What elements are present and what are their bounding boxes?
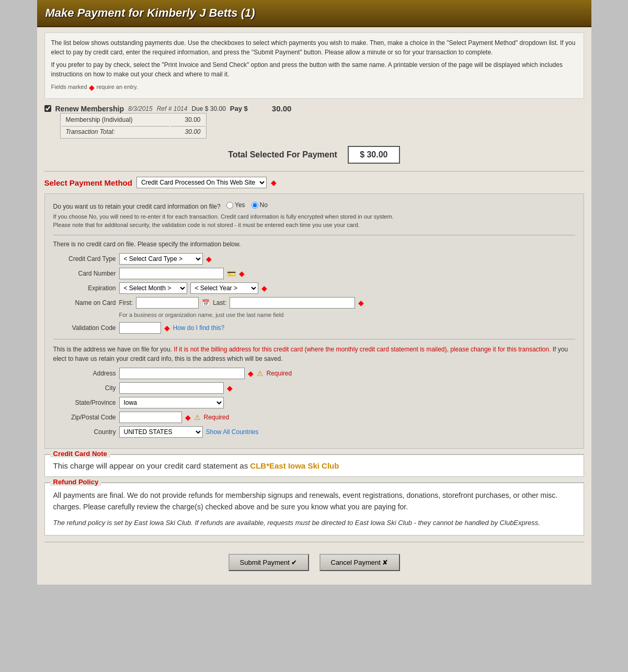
name-on-card-row: Name on Card First: 📅 Last: ◆ [53,297,575,309]
detail-amount: 30.00 [170,115,205,125]
name-last-input[interactable] [230,297,355,309]
validation-code-label: Validation Code [53,324,116,332]
payment-item-pay-amount: 30.00 [272,104,292,113]
retain-no-label[interactable]: No [252,201,268,209]
table-row-total: Transaction Total: 30.00 [62,126,205,137]
detail-description: Membership (Individual) [62,115,169,125]
address-row: Address ◆ ⚠ Required [53,368,575,379]
card-type-label: Credit Card Type [53,255,116,263]
retain-question: Do you want us to retain your credit car… [53,203,221,210]
payment-item-ref: Ref # 1014 [157,105,188,112]
info-paragraph-1: The list below shows outstanding payment… [51,38,577,57]
refund-policy-box: Refund Policy All payments are final. We… [44,482,584,536]
country-select[interactable]: UNITED STATES [119,426,203,438]
city-row: City ◆ [53,382,575,394]
credit-card-note-box: Credit Card Note This charge will appear… [44,454,584,477]
address-required-text: Required [267,370,292,377]
country-row: Country UNITED STATES Show All Countries [53,426,575,438]
card-icon: 💳 [227,269,236,278]
retain-note: If you choose No, you will need to re-en… [53,212,575,230]
retain-yes-radio[interactable] [226,202,233,209]
state-label: State/Province [53,399,116,406]
submit-payment-button[interactable]: Submit Payment ✔ [229,554,309,571]
required-dot-icon: ◆ [248,369,254,378]
warning-icon: ⚠ [257,369,264,378]
zip-required-text: Required [204,414,230,421]
payment-checkbox[interactable] [44,105,51,112]
transaction-total-amount: 30.00 [170,126,205,137]
refund-policy-title: Refund Policy [50,478,102,486]
city-input[interactable] [119,382,224,394]
card-number-label: Card Number [53,270,116,277]
card-number-row: Card Number 💳 ◆ [53,268,575,279]
expiration-label: Expiration [53,284,116,292]
name-first-label: First: [119,299,133,306]
info-paragraph-2: If you prefer to pay by check, select th… [51,60,577,79]
address-section-note: This is the address we have on file for … [53,345,575,363]
name-last-label: Last: [213,299,226,306]
credit-card-section: Do you want us to retain your credit car… [44,193,584,449]
page-header: Make Payment for Kimberly J Betts (1) [37,0,591,27]
cc-note-link[interactable]: CLB*East Iowa Ski Club [250,461,339,470]
payment-item-due: Due $ 30.00 [191,105,225,112]
cancel-payment-button[interactable]: Cancel Payment ✘ [319,554,400,571]
credit-card-note-text: This charge will appear on your credit c… [53,461,575,470]
total-selected-label: Total Selected For Payment [228,150,337,160]
card-type-select[interactable]: < Select Card Type > Visa MasterCard Ame… [119,253,203,265]
calendar-icon: 📅 [202,299,210,306]
page-wrapper: Make Payment for Kimberly J Betts (1) Th… [37,0,591,585]
required-dot-icon: ◆ [271,178,277,187]
address-red-note: If it is not the billing address for thi… [174,346,551,353]
payment-item-date: 8/3/2015 [128,105,153,112]
required-dot-icon: ◆ [89,83,97,92]
retain-options: Yes No [226,201,268,209]
main-content: The list below shows outstanding payment… [37,27,591,585]
required-dot-icon: ◆ [206,255,212,263]
total-selected: Total Selected For Payment $ 30.00 [44,146,584,164]
total-amount: $ 30.00 [348,146,400,164]
fields-note: Fields marked ◆ require an entry. [51,82,577,93]
required-dot-icon: ◆ [227,384,233,392]
credit-card-note-title: Credit Card Note [50,450,110,458]
required-dot-icon: ◆ [239,269,245,278]
no-card-message: There is no credit card on file. Please … [53,241,575,248]
required-dot-icon: ◆ [185,413,191,422]
state-select[interactable]: Alabama Alaska Arizona Arkansas Californ… [119,397,224,408]
zip-label: Zip/Postal Code [53,414,116,421]
warning-icon: ⚠ [194,413,201,422]
table-row: Membership (Individual) 30.00 [62,115,205,125]
button-row: Submit Payment ✔ Cancel Payment ✘ [44,549,584,579]
zip-input[interactable] [119,412,182,423]
validation-code-row: Validation Code ◆ How do I find this? [53,322,575,334]
how-find-link[interactable]: How do I find this? [173,324,225,332]
refund-policy-text: All payments are final. We do not provid… [53,489,575,513]
retain-no-radio[interactable] [252,202,258,209]
payment-detail-table: Membership (Individual) 30.00 Transactio… [60,113,207,139]
address-label: Address [53,370,116,377]
card-type-row: Credit Card Type < Select Card Type > Vi… [53,253,575,265]
country-label: Country [53,428,116,436]
card-number-input[interactable] [119,268,224,279]
expiration-row: Expiration < Select Month > January Febr… [53,282,575,294]
required-dot-icon: ◆ [358,299,364,307]
name-first-input[interactable] [136,297,199,309]
payment-item: Renew Membership 8/3/2015 Ref # 1014 Due… [44,104,584,139]
expiration-month-select[interactable]: < Select Month > January February March … [119,282,187,294]
retain-yes-label[interactable]: Yes [226,201,245,209]
refund-italic-text: The refund policy is set by East Iowa Sk… [53,518,575,529]
validation-code-input[interactable] [119,322,161,334]
address-input[interactable] [119,368,245,379]
name-on-card-label: Name on Card [53,299,116,306]
payment-method-select[interactable]: Credit Card Processed On This Web Site P… [136,177,267,188]
transaction-total-label: Transaction Total: [62,126,169,137]
payment-item-header: Renew Membership 8/3/2015 Ref # 1014 Due… [44,104,584,113]
show-all-countries-link[interactable]: Show All Countries [206,428,259,436]
info-box: The list below shows outstanding payment… [44,32,584,99]
select-payment-method-label: Select Payment Method [44,178,132,187]
state-row: State/Province Alabama Alaska Arizona Ar… [53,397,575,408]
payment-item-label: Renew Membership [55,105,124,113]
required-dot-icon: ◆ [261,284,267,292]
expiration-year-select[interactable]: < Select Year > 2015 2016 2017 2018 2019… [190,282,258,294]
city-label: City [53,384,116,392]
payment-item-pay-label: Pay $ [230,105,248,112]
